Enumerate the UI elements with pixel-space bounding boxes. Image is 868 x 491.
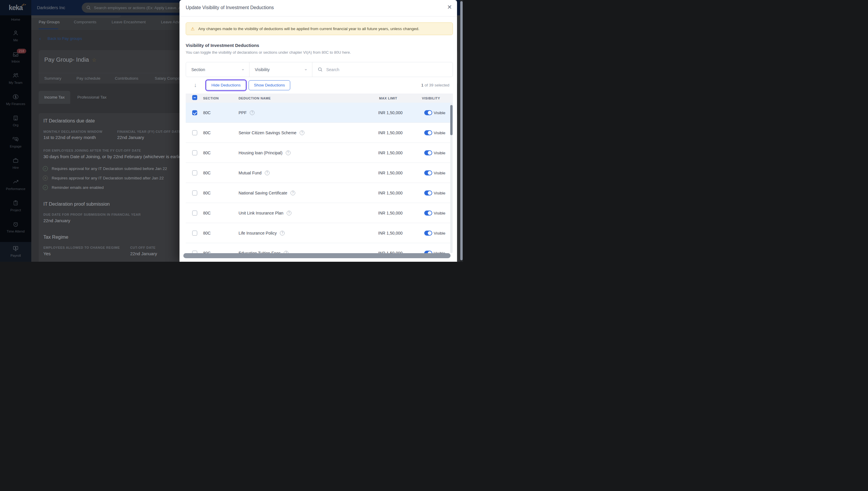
favorite-star-icon[interactable]: ☆	[92, 57, 96, 63]
row-checkbox[interactable]	[192, 170, 197, 175]
visibility-toggle[interactable]	[424, 190, 432, 195]
field-label: EMPLOYEES ALLOWED TO CHANGE REGIME	[44, 246, 120, 249]
tab-components[interactable]: Components	[74, 20, 96, 24]
sidebar-item-label: My Team	[9, 81, 23, 84]
deduction-table: 80C PPF? INR 1,50,000 Visible 80C Senior…	[186, 103, 453, 262]
declaration-rule-item: ✓ Requires approval for any IT Declarati…	[43, 166, 167, 171]
section-filter-dropdown[interactable]: Section ⌄	[186, 62, 250, 77]
close-icon[interactable]: ✕	[447, 3, 452, 11]
warning-banner: ⚠ Any changes made to the visibility of …	[186, 22, 453, 35]
visibility-toggle[interactable]	[424, 150, 432, 155]
subtab-contributions[interactable]: Contributions	[115, 76, 138, 81]
sidebar-item-my-team[interactable]: My Team	[0, 72, 31, 84]
sidebar-item-org[interactable]: Org	[0, 115, 31, 127]
help-icon[interactable]: ?	[300, 131, 304, 135]
sidebar-item-label: Performance	[6, 187, 25, 191]
tab-income-tax[interactable]: Income Tax	[39, 91, 70, 104]
help-icon[interactable]: ?	[287, 211, 291, 215]
field-label: FOR EMPLOYEES JOINING AFTER THE FY CUT-O…	[44, 149, 141, 152]
sort-arrow-icon[interactable]: ↓	[194, 82, 197, 88]
field-value: 30 days from Date of Joining, or by 22nd…	[44, 154, 184, 159]
modal-header-divider	[179, 16, 457, 17]
help-icon[interactable]: ?	[286, 150, 290, 155]
tab-pay-groups[interactable]: Pay Groups	[39, 20, 60, 24]
search-input[interactable]	[326, 67, 409, 72]
toggle-knob	[428, 171, 431, 175]
select-all-checkbox[interactable]	[192, 95, 197, 100]
trend-icon	[12, 178, 19, 185]
sidebar-item-label: Project	[10, 208, 21, 212]
section-heading: Visibility of Investment Deductions	[186, 43, 259, 48]
app-screen: Darksiders Inc Search employees or actio…	[0, 0, 463, 262]
team-icon	[12, 72, 20, 79]
sidebar-item-my-finances[interactable]: My Finances	[0, 93, 31, 106]
inbox-badge: 218	[17, 49, 26, 53]
row-checkbox[interactable]	[192, 150, 197, 155]
sidebar-item-me[interactable]: Me	[0, 30, 31, 42]
sidebar-item-label: Payroll	[10, 254, 21, 257]
logo-block[interactable]: keka	[0, 0, 31, 16]
column-header-visibility: VISIBILITY	[422, 96, 440, 100]
row-max-limit: INR 1,50,000	[378, 150, 403, 155]
visibility-toggle[interactable]	[424, 130, 432, 135]
visibility-toggle[interactable]	[424, 170, 432, 175]
row-section: 80C	[203, 211, 211, 215]
visibility-label: Visible	[434, 211, 446, 215]
row-checkbox[interactable]	[192, 130, 197, 135]
row-section: 80C	[203, 231, 211, 235]
sidebar-item-hire[interactable]: Hire	[0, 157, 31, 169]
field-value: 22nd January	[117, 135, 144, 140]
hide-deductions-button[interactable]: Hide Deductions	[206, 80, 246, 90]
toggle-knob	[428, 131, 431, 135]
subtab-salary-components[interactable]: Salary Compo	[155, 76, 180, 81]
visibility-filter-dropdown[interactable]: Visibility ⌄	[250, 62, 312, 77]
sidebar-item-label: Home	[11, 18, 20, 21]
row-checkbox[interactable]	[192, 210, 197, 215]
visibility-toggle[interactable]	[424, 210, 432, 215]
tab-leave-encashment[interactable]: Leave Encashment	[112, 20, 146, 24]
subtab-pay-schedule[interactable]: Pay schedule	[77, 76, 101, 81]
sidebar-item-project[interactable]: Project	[0, 200, 31, 212]
tax-regime-heading: Tax Regime	[44, 235, 68, 240]
sidebar-item-payroll[interactable]: Payroll	[0, 242, 31, 262]
deduction-search-field[interactable]	[312, 62, 453, 77]
row-max-limit: INR 1,50,000	[378, 231, 403, 235]
company-name[interactable]: Darksiders Inc	[37, 5, 65, 10]
help-icon[interactable]: ?	[280, 231, 285, 235]
row-checkbox[interactable]	[192, 230, 197, 235]
sidebar-item-home[interactable]: Home	[0, 18, 31, 21]
clipboard-icon	[12, 200, 19, 206]
page-scrollbar-thumb[interactable]	[460, 1, 463, 260]
alarm-clock-icon	[12, 221, 19, 228]
row-max-limit: INR 1,50,000	[378, 211, 403, 215]
sidebar-item-performance[interactable]: Performance	[0, 178, 31, 191]
sidebar-item-label: Time Attend	[7, 230, 25, 233]
tab-leave-advance[interactable]: Leave Adv	[161, 20, 179, 24]
row-section: 80C	[203, 131, 211, 135]
subtab-summary[interactable]: Summary	[44, 76, 61, 81]
toggle-knob	[428, 211, 431, 215]
row-max-limit: INR 1,50,000	[378, 171, 403, 175]
table-row: 80C Unit Link Insurance Plan? INR 1,50,0…	[186, 203, 453, 223]
visibility-toggle[interactable]	[424, 230, 432, 235]
visibility-toggle[interactable]	[424, 110, 432, 115]
tab-professional-tax[interactable]: Professional Tax	[77, 91, 107, 104]
row-max-limit: INR 1,50,000	[378, 131, 403, 135]
sidebar-item-time-attend[interactable]: Time Attend	[0, 221, 31, 233]
help-icon[interactable]: ?	[265, 171, 270, 175]
row-deduction-name: Senior Citizen Savings Scheme?	[239, 131, 304, 135]
help-icon[interactable]: ?	[250, 110, 254, 115]
warning-icon: ⚠	[191, 26, 195, 32]
show-deductions-button[interactable]: Show Deductions	[249, 80, 290, 90]
field-label: MONTHLY DECLARATION WINDOW	[44, 130, 103, 134]
sidebar-item-engage[interactable]: Engage	[0, 136, 31, 148]
table-scrollbar-thumb[interactable]	[450, 105, 453, 135]
sidebar-item-label: Me	[13, 38, 18, 42]
horizontal-scrollbar-thumb[interactable]	[183, 253, 451, 258]
table-row: 80C Life Insurance Policy? INR 1,50,000 …	[186, 223, 453, 243]
help-icon[interactable]: ?	[290, 191, 295, 195]
sidebar-item-inbox[interactable]: 218 Inbox	[0, 51, 31, 63]
row-checkbox[interactable]	[192, 190, 197, 195]
section-subtitle: You can toggle the visibility of declara…	[186, 50, 351, 55]
row-checkbox[interactable]	[192, 110, 197, 115]
